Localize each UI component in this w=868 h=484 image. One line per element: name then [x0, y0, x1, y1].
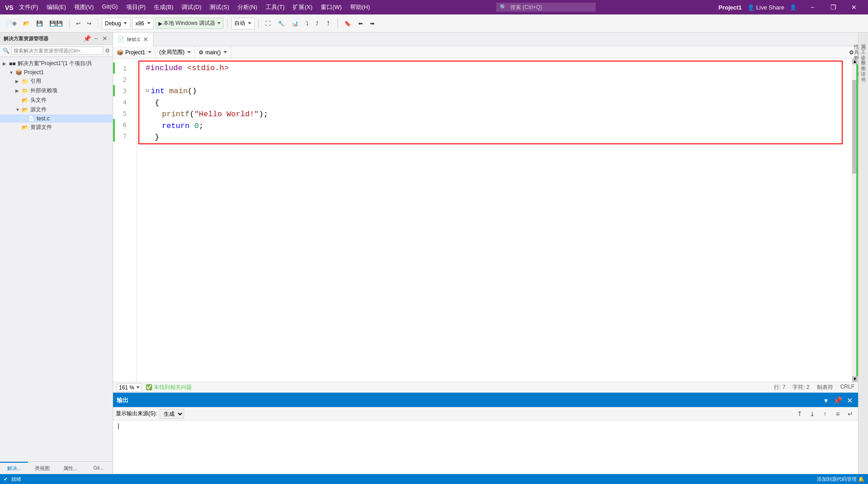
account-icon[interactable]: 👤	[790, 4, 797, 10]
output-title: 输出	[117, 396, 128, 404]
sidebar-tab-solution[interactable]: 解决...	[0, 462, 28, 474]
sidebar-tab-git[interactable]: Git...	[85, 462, 113, 474]
sidebar-search-options-icon[interactable]: ⚙	[105, 47, 110, 54]
menu-file[interactable]: 文件(F)	[15, 1, 42, 13]
code-editor[interactable]: 1 2 3	[113, 59, 858, 382]
auto-dropdown[interactable]: 自动	[231, 18, 255, 29]
code-include-kw: #include	[146, 62, 183, 74]
bookmark-button[interactable]: 🔖	[342, 19, 354, 28]
source-control-label[interactable]: 添加到源代码管理 🔔	[817, 476, 864, 483]
output-scroll-top-button[interactable]: ⤒	[795, 409, 805, 419]
nav-function-dropdown[interactable]: ⚙ main()	[195, 46, 231, 58]
search-input[interactable]	[510, 4, 583, 10]
config-dropdown[interactable]: Debug	[102, 18, 130, 29]
tree-resources[interactable]: 📂 资源文件	[0, 123, 113, 132]
sidebar-collapse-button[interactable]: −	[92, 34, 100, 43]
save-button[interactable]: 💾	[33, 19, 46, 28]
sidebar-pin-button[interactable]: 📌	[83, 34, 91, 43]
references-expand-icon: ▶	[15, 79, 22, 84]
menu-view[interactable]: 视图(V)	[71, 1, 97, 13]
right-panel-tab-bookmark[interactable]: 书签	[859, 71, 868, 75]
fold-icon[interactable]: ⊟	[146, 85, 149, 97]
breakpoint-button[interactable]: ⛶	[262, 19, 273, 28]
minimize-button[interactable]: −	[802, 0, 823, 14]
menu-edit[interactable]: 编辑(E)	[43, 1, 70, 13]
new-button[interactable]: 📄⊕	[3, 19, 19, 28]
scrollbar-track[interactable]	[852, 64, 858, 376]
close-button[interactable]: ✕	[844, 0, 864, 14]
open-button[interactable]: 📂	[20, 19, 33, 28]
nav-scope-label: (全局范围)	[159, 48, 185, 56]
scrollbar-up-icon[interactable]: ▲	[852, 59, 858, 64]
output-scroll-bottom-button[interactable]: ⤓	[807, 409, 817, 419]
step-out-button[interactable]: ⭡	[323, 19, 334, 28]
menu-window[interactable]: 窗口(W)	[317, 1, 346, 13]
output-wrap-button[interactable]: ↵	[845, 409, 855, 419]
restore-button[interactable]: ❐	[823, 0, 844, 14]
output-source-select[interactable]: 生成	[160, 409, 184, 419]
menu-build[interactable]: 生成(B)	[150, 1, 177, 13]
right-panel-tab-server[interactable]: 服务	[859, 54, 868, 59]
editor-scrollbar[interactable]: ▲ ▼	[852, 59, 858, 382]
right-panel-tab-tools[interactable]: 工具	[859, 43, 868, 48]
menu-tools[interactable]: 工具(T)	[262, 1, 289, 13]
step-over-button[interactable]: ⤵	[303, 19, 311, 28]
undo-button[interactable]: ↩	[73, 19, 83, 28]
nav-project-dropdown[interactable]: 📦 Project1	[113, 46, 156, 58]
output-scroll-up-button[interactable]: ↑	[820, 409, 830, 419]
redo-button[interactable]: ↪	[84, 19, 94, 28]
output-clear-button[interactable]: ≡	[833, 409, 843, 419]
step-into-button[interactable]: ⤴	[313, 19, 321, 28]
sidebar-tab-properties[interactable]: 属性...	[57, 462, 85, 474]
tree-test-c[interactable]: 📄 test.c	[0, 114, 113, 123]
right-panel-tab-attr[interactable]: 属性	[859, 38, 868, 43]
tree-external-deps[interactable]: ▶ 📁 外部依赖项	[0, 86, 113, 95]
menu-help[interactable]: 帮助(H)	[346, 1, 374, 13]
tree-sources[interactable]: ▼ 📂 源文件	[0, 105, 113, 114]
menu-debug[interactable]: 调试(D)	[178, 1, 205, 13]
sidebar: 解决方案资源管理器 📌 − ✕ 🔍 ⚙ ▶ ■■ 解决方案"Project1"(…	[0, 33, 113, 474]
right-panel-tab-diag[interactable]: 诊断	[859, 49, 868, 53]
scrollbar-down-icon[interactable]: ▼	[852, 376, 858, 382]
nav-settings-button[interactable]: ⚙	[845, 46, 858, 58]
menu-extensions[interactable]: 扩展(X)	[289, 1, 316, 13]
code-printf-open: (	[190, 109, 194, 120]
code-content-area[interactable]: #include <stdio.h> ⊟ int main ()	[137, 59, 852, 382]
sidebar-close-button[interactable]: ✕	[101, 34, 109, 43]
nav-scope-dropdown[interactable]: (全局范围)	[156, 46, 195, 58]
sidebar-tab-classview[interactable]: 类视图	[28, 462, 56, 474]
zoom-control[interactable]: 161 %	[117, 384, 142, 392]
config-label: Debug	[105, 20, 121, 27]
project-name: Project1	[719, 4, 742, 11]
toolbar-sep-4	[258, 19, 259, 28]
search-box[interactable]: 🔍	[496, 3, 596, 12]
menu-project[interactable]: 项目(P)	[123, 1, 149, 13]
right-panel-tab-suggest[interactable]: 推断	[859, 60, 868, 64]
save-all-button[interactable]: 💾💾	[47, 19, 66, 28]
editor-tab-test-c[interactable]: 📄 test.c ✕	[113, 33, 153, 46]
menu-test[interactable]: 测试(S)	[206, 1, 232, 13]
output-pin-icon[interactable]: 📌	[833, 395, 843, 405]
sidebar-search-input[interactable]	[11, 47, 103, 55]
tree-project[interactable]: ▼ 📦 Project1	[0, 68, 113, 76]
run-button[interactable]: ▶ 本地 Windows 调试器	[156, 18, 223, 29]
tab-close-icon[interactable]: ✕	[143, 36, 148, 43]
sidebar-search-bar: 🔍 ⚙	[0, 45, 113, 57]
right-panel-tab-detail[interactable]: 详细	[859, 65, 868, 70]
toolbar-sep-2	[98, 19, 98, 28]
nav-back-button[interactable]: ⬅	[356, 19, 365, 28]
platform-dropdown[interactable]: x86	[132, 18, 153, 29]
debug-tools-button[interactable]: 🔧	[275, 19, 287, 28]
platform-label: x86	[135, 20, 144, 27]
output-dropdown-icon[interactable]: ▾	[821, 395, 831, 405]
profile-button[interactable]: 📊	[289, 19, 301, 28]
live-share-label: Live Share	[756, 4, 784, 11]
tree-headers[interactable]: 📂 头文件	[0, 95, 113, 105]
output-close-icon[interactable]: ✕	[844, 395, 854, 405]
tree-references[interactable]: ▶ 📁 引用	[0, 76, 113, 86]
menu-git[interactable]: Git(G)	[98, 1, 121, 13]
live-share-button[interactable]: 👤 Live Share	[747, 4, 784, 11]
tree-solution[interactable]: ▶ ■■ 解决方案"Project1"(1 个项目/共	[0, 59, 113, 68]
nav-forward-button[interactable]: ➡	[367, 19, 377, 28]
menu-analyze[interactable]: 分析(N)	[234, 1, 261, 13]
